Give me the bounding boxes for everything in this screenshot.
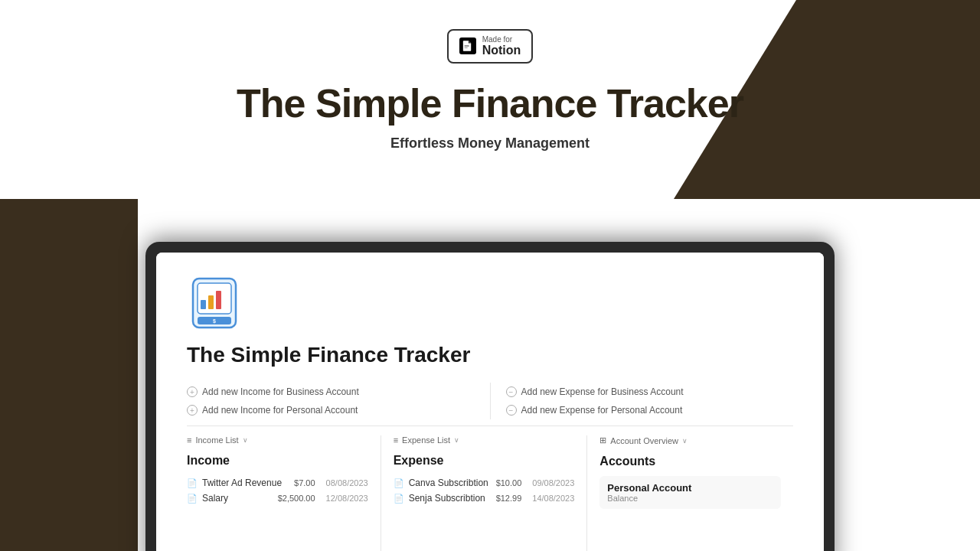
income-col: ≡ Income List ∨ Income 📄 Twitter Ad Reve… [187,435,381,551]
expense-header: ≡ Expense List ∨ [394,435,575,448]
income-list-icon: ≡ [187,435,191,445]
minus-icon: − [506,386,517,397]
svg-rect-6 [208,295,214,309]
header: Made for Notion The Simple Finance Track… [0,0,980,152]
add-expense-personal-label: Add new Expense for Personal Account [521,405,683,416]
income-row2-amount: $2,500.00 [278,494,315,503]
svg-rect-5 [201,300,206,309]
add-expense-business-label: Add new Expense for Business Account [521,386,684,397]
action-buttons-row: + Add new Income for Business Account + … [187,383,793,426]
notion-name-label: Notion [482,44,521,57]
income-row2-icon: 📄 [187,494,198,504]
expense-row1-icon: 📄 [394,478,404,488]
income-list-label: Income List [195,435,238,445]
add-income-business-btn[interactable]: + Add new Income for Business Account [187,383,475,401]
notion-icon [459,37,476,54]
expense-row-2: 📄 Senja Subscribtion $12.99 14/08/2023 [394,491,575,506]
data-section: ≡ Income List ∨ Income 📄 Twitter Ad Reve… [187,435,793,551]
svg-rect-2 [464,48,467,49]
personal-account-name: Personal Account [607,482,773,494]
expense-col: ≡ Expense List ∨ Expense 📄 Canva Subscri… [381,435,588,551]
expense-section-title: Expense [394,454,575,468]
expense-row2-date: 14/08/2023 [532,494,574,503]
income-row2-date: 12/08/2023 [326,494,368,503]
notion-badge-text: Made for Notion [482,35,521,57]
add-income-business-label: Add new Income for Business Account [202,386,359,397]
expense-action-col: − Add new Expense for Business Account −… [491,383,794,419]
laptop-outer: $ The Simple Finance Tracker + Add new I… [145,242,835,551]
income-header: ≡ Income List ∨ [187,435,368,448]
made-for-label: Made for [482,35,521,44]
accounts-label: Account Overview [610,436,678,445]
accounts-section-title: Accounts [599,455,781,468]
notion-badge: Made for Notion [447,29,534,64]
add-income-personal-btn[interactable]: + Add new Income for Personal Account [187,401,475,419]
svg-text:$: $ [213,318,216,324]
page-title: The Simple Finance Tracker [237,80,743,126]
expense-row-1: 📄 Canva Subscribtion $10.00 09/08/2023 [394,475,575,491]
page-subtitle: Effortless Money Management [390,135,590,152]
expense-row1-amount: $10.00 [496,478,522,487]
expense-row2-amount: $12.99 [496,494,522,503]
income-list-arrow: ∨ [243,436,248,444]
minus-icon-2: − [506,405,517,416]
income-row2-name: Salary [202,493,273,504]
plus-icon-2: + [187,405,198,416]
svg-rect-1 [464,47,469,47]
svg-rect-0 [464,45,469,46]
svg-rect-7 [216,291,221,309]
accounts-header: ⊞ Account Overview ∨ [599,435,781,448]
income-row-1: 📄 Twitter Ad Revenue $7.00 08/08/2023 [187,475,368,491]
expense-list-label: Expense List [402,435,450,445]
personal-account-balance-label: Balance [607,494,773,503]
add-expense-business-btn[interactable]: − Add new Expense for Business Account [506,383,794,401]
personal-account-card: Personal Account Balance [599,476,781,509]
expense-list-arrow: ∨ [454,436,459,444]
notion-content: $ The Simple Finance Tracker + Add new I… [156,253,824,551]
income-row-2: 📄 Salary $2,500.00 12/08/2023 [187,491,368,506]
income-row1-amount: $7.00 [294,478,315,487]
accounts-arrow: ∨ [682,437,688,445]
income-section-title: Income [187,454,368,468]
bg-dark-bottom-left [0,199,138,551]
add-expense-personal-btn[interactable]: − Add new Expense for Personal Account [506,401,794,419]
income-row1-date: 08/08/2023 [326,478,368,487]
accounts-col: ⊞ Account Overview ∨ Accounts Personal A… [587,435,793,551]
expense-row1-date: 09/08/2023 [532,478,574,487]
accounts-icon: ⊞ [599,435,606,445]
add-income-personal-label: Add new Income for Personal Account [202,405,358,416]
plus-icon: + [187,386,198,397]
notion-page-title: The Simple Finance Tracker [187,343,793,367]
expense-row1-name: Canva Subscribtion [409,478,492,488]
laptop-container: $ The Simple Finance Tracker + Add new I… [145,242,835,551]
laptop-screen: $ The Simple Finance Tracker + Add new I… [156,253,824,551]
expense-list-icon: ≡ [394,435,398,445]
expense-row2-name: Senja Subscribtion [409,493,492,504]
income-row1-icon: 📄 [187,478,198,488]
income-row1-name: Twitter Ad Revenue [202,478,289,488]
app-icon: $ [187,276,242,331]
expense-row2-icon: 📄 [394,494,404,504]
income-action-col: + Add new Income for Business Account + … [187,383,491,419]
